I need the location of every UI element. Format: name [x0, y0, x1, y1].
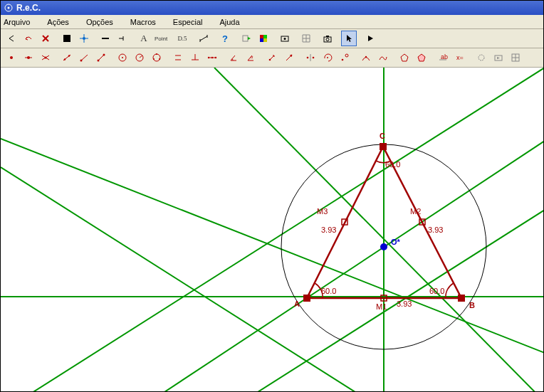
- circle-tool-icon[interactable]: [115, 50, 130, 65]
- expression-icon[interactable]: x=: [452, 50, 468, 65]
- svg-point-28: [27, 56, 30, 59]
- svg-point-94: [380, 243, 387, 250]
- decimal-icon[interactable]: D.5: [174, 31, 190, 46]
- svg-rect-93: [380, 143, 387, 150]
- locus-icon[interactable]: [358, 50, 374, 65]
- svg-point-31: [45, 57, 47, 59]
- svg-line-30: [42, 55, 49, 60]
- menu-macros[interactable]: Macros: [130, 18, 164, 26]
- angle-A: 60.0: [321, 287, 336, 295]
- play-icon[interactable]: [362, 31, 378, 46]
- svg-point-65: [345, 54, 348, 57]
- svg-rect-4: [63, 35, 70, 42]
- svg-point-39: [103, 54, 105, 56]
- dilate-icon[interactable]: [337, 50, 352, 65]
- svg-point-54: [215, 57, 216, 58]
- svg-point-33: [64, 58, 66, 60]
- text-tool-icon[interactable]: ab: [435, 50, 451, 65]
- svg-point-62: [313, 57, 315, 59]
- palette-icon[interactable]: [256, 31, 271, 46]
- vector-icon[interactable]: [281, 50, 297, 65]
- titlebar: R.e.C.: [1, 1, 543, 15]
- grid-icon[interactable]: [298, 31, 314, 46]
- svg-rect-71: [495, 55, 502, 60]
- circle3-tool-icon[interactable]: [149, 50, 164, 65]
- delete-icon[interactable]: [38, 31, 53, 46]
- len-AM3: 3.93: [321, 226, 336, 234]
- svg-point-22: [284, 38, 286, 40]
- text-label-icon[interactable]: A: [136, 31, 152, 46]
- reflect-icon[interactable]: [303, 50, 318, 65]
- trace-icon[interactable]: [375, 50, 391, 65]
- snap-icon[interactable]: [76, 31, 92, 46]
- partial-line-icon[interactable]: [115, 31, 130, 46]
- svg-line-58: [270, 55, 274, 60]
- svg-point-57: [269, 59, 271, 61]
- menu-arquivo[interactable]: Arquivo: [4, 18, 38, 26]
- pointer-tool-icon[interactable]: [341, 31, 357, 46]
- thickness-icon[interactable]: [98, 31, 113, 46]
- undo-icon[interactable]: [21, 31, 36, 46]
- segment-tool-icon[interactable]: [93, 50, 109, 65]
- point-on-icon[interactable]: [21, 50, 36, 65]
- line-tool-icon[interactable]: [59, 50, 75, 65]
- svg-point-55: [211, 57, 213, 58]
- ray-tool-icon[interactable]: [76, 50, 92, 65]
- animate-icon[interactable]: [491, 50, 506, 65]
- svg-line-43: [140, 55, 142, 58]
- svg-rect-17: [260, 35, 263, 38]
- svg-rect-19: [260, 38, 263, 42]
- point-tool-icon[interactable]: [4, 50, 19, 65]
- back-icon[interactable]: [4, 31, 19, 46]
- toolbar-row-1: A Point D.5 ?: [1, 29, 543, 48]
- parallel-tool-icon[interactable]: [170, 50, 186, 65]
- svg-line-81: [76, 141, 543, 391]
- canvas[interactable]: C A B O* M1 M2 M3 60.0 60.0 60.0 3.93 3.…: [1, 68, 543, 391]
- menu-ajuda[interactable]: Ajuda: [219, 18, 248, 26]
- svg-rect-92: [458, 295, 465, 302]
- svg-point-45: [153, 58, 155, 60]
- fixed-angle-icon[interactable]: α: [243, 50, 258, 65]
- point-label-icon[interactable]: Point: [153, 31, 169, 46]
- macro-run-icon[interactable]: [239, 31, 254, 46]
- toolbar-row-2: α ab x=: [1, 48, 543, 68]
- menu-acoes[interactable]: Ações: [47, 18, 78, 26]
- help-icon[interactable]: ?: [217, 31, 233, 46]
- camera-icon[interactable]: [320, 31, 335, 46]
- svg-point-66: [365, 56, 367, 58]
- svg-line-37: [98, 55, 104, 60]
- svg-rect-91: [303, 295, 310, 302]
- menu-especial[interactable]: Especial: [173, 18, 211, 26]
- svg-line-35: [81, 55, 88, 60]
- color-black[interactable]: [59, 31, 75, 46]
- svg-rect-16: [243, 36, 248, 41]
- svg-rect-23: [324, 37, 331, 42]
- compass-tool-icon[interactable]: [132, 50, 147, 65]
- svg-line-2: [43, 36, 48, 41]
- fill-polygon-icon[interactable]: [414, 50, 429, 65]
- polygon-icon[interactable]: [397, 50, 412, 65]
- angle-tool-icon[interactable]: [226, 50, 241, 65]
- svg-point-41: [122, 57, 123, 58]
- svg-point-42: [136, 54, 143, 61]
- len-BM2: 3.93: [428, 226, 443, 234]
- label-M2: M2: [410, 207, 421, 216]
- intersect-icon[interactable]: [38, 50, 53, 65]
- rotate-icon[interactable]: [320, 50, 335, 65]
- svg-point-36: [80, 60, 83, 62]
- translate-icon[interactable]: [264, 50, 280, 65]
- svg-point-70: [478, 55, 484, 60]
- svg-point-34: [68, 55, 70, 56]
- hide-show-icon[interactable]: [277, 31, 293, 46]
- macro-icon[interactable]: [508, 50, 523, 65]
- angle-B: 60.0: [429, 287, 444, 295]
- length-tool-icon[interactable]: [196, 31, 211, 46]
- label-M3: M3: [317, 207, 328, 216]
- menu-opcoes[interactable]: Opções: [86, 18, 122, 26]
- label-A: A: [294, 300, 300, 308]
- app-icon: [4, 3, 14, 13]
- perpendicular-tool-icon[interactable]: [187, 50, 203, 65]
- midpoint-tool-icon[interactable]: [204, 50, 220, 65]
- hide-tool-icon[interactable]: [474, 50, 489, 65]
- svg-point-38: [98, 60, 100, 62]
